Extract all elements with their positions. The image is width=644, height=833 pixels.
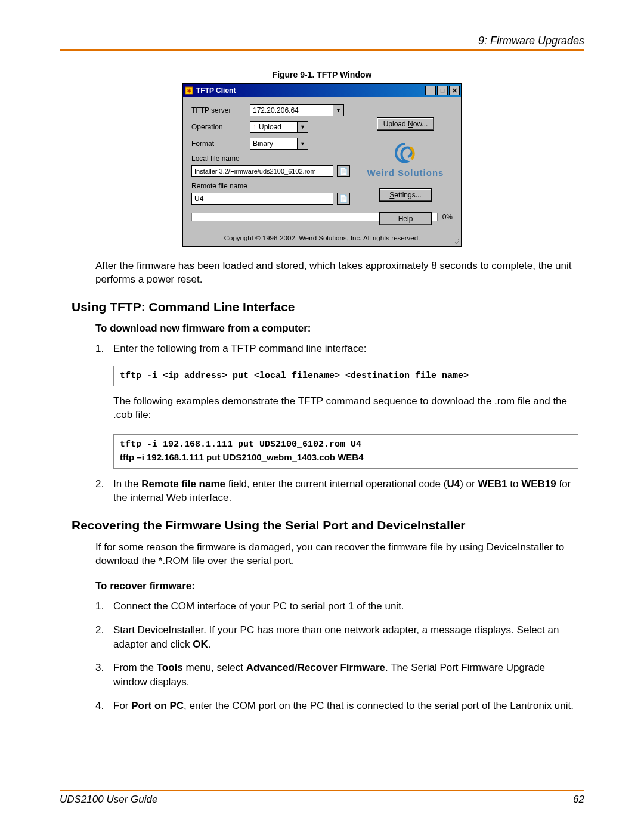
format-select[interactable]: Binary [250, 138, 298, 150]
figure-caption: Figure 9-1. TFTP Window [60, 70, 584, 79]
settings-button[interactable]: Settings... [379, 188, 432, 202]
window-title: TFTP Client [196, 86, 425, 95]
local-file-browse-button[interactable]: 📄 [337, 165, 350, 177]
brand-logo: Weird Solutions [367, 141, 444, 178]
subheading-recover: To recover firmware: [95, 580, 578, 592]
window-titlebar[interactable]: ✶ TFTP Client _ □ ✕ [183, 84, 461, 97]
remote-file-input[interactable] [191, 193, 333, 205]
recover-intro: If for some reason the firmware is damag… [95, 541, 578, 568]
recover-step-4: For Port on PC, enter the COM port on th… [113, 699, 578, 713]
close-button[interactable]: ✕ [449, 86, 460, 95]
recover-step-1: Connect the COM interface of your PC to … [113, 599, 578, 614]
maximize-button[interactable]: □ [437, 86, 448, 95]
after-figure-paragraph: After the firmware has been loaded and s… [95, 259, 578, 287]
operation-select[interactable]: ↑ Upload [250, 121, 298, 133]
footer-page-number: 62 [573, 794, 584, 806]
swirl-icon [394, 141, 417, 165]
svg-text:✶: ✶ [187, 88, 191, 94]
help-button[interactable]: Help [379, 212, 432, 225]
section-recovering: Recovering the Firmware Using the Serial… [72, 518, 578, 532]
copyright-text: Copyright © 1996-2002, Weird Solutions, … [191, 234, 453, 241]
upload-arrow-icon: ↑ [253, 123, 256, 131]
subheading-download: To download new firmware from a computer… [95, 323, 578, 335]
after-code1-paragraph: The following examples demonstrate the T… [113, 395, 578, 422]
local-file-input[interactable] [191, 165, 333, 177]
step1-text: Enter the following from a TFTP command … [113, 343, 367, 354]
folder-icon: 📄 [339, 194, 348, 203]
recover-step-2: Start DeviceInstaller. If your PC has mo… [113, 623, 578, 652]
operation-label: Operation [191, 123, 250, 131]
server-dropdown-arrow[interactable]: ▼ [333, 104, 344, 116]
document-page: 9: Firmware Upgrades Figure 9-1. TFTP Wi… [0, 0, 644, 833]
resize-grip[interactable] [451, 237, 460, 245]
remote-file-browse-button[interactable]: 📄 [337, 193, 350, 205]
server-label: TFTP server [191, 106, 250, 114]
svg-line-4 [458, 243, 459, 244]
footer-title: UDS2100 User Guide [60, 794, 157, 806]
recover-step-3: From the Tools menu, select Advanced/Rec… [113, 661, 578, 689]
format-dropdown-arrow[interactable]: ▼ [298, 138, 308, 150]
code-box-1: tftp -i <ip address> put <local filename… [113, 366, 578, 386]
operation-dropdown-arrow[interactable]: ▼ [298, 121, 308, 133]
section-using-tftp: Using TFTP: Command Line Interface [72, 300, 578, 314]
upload-now-button[interactable]: Upload Now... [377, 117, 435, 131]
step2-text: In the Remote file name field, enter the… [113, 477, 578, 506]
header-rule [60, 49, 584, 51]
tftp-client-window: ✶ TFTP Client _ □ ✕ TFTP server ▼ [182, 83, 462, 247]
minimize-button[interactable]: _ [425, 86, 436, 95]
app-icon: ✶ [184, 86, 194, 95]
code-box-2: tftp -i 192.168.1.111 put UDS2100_6102.r… [113, 434, 578, 469]
server-input[interactable] [250, 104, 333, 116]
page-footer: UDS2100 User Guide 62 [60, 790, 584, 806]
format-label: Format [191, 140, 250, 148]
folder-icon: 📄 [339, 167, 348, 175]
page-header: 9: Firmware Upgrades [60, 35, 584, 47]
